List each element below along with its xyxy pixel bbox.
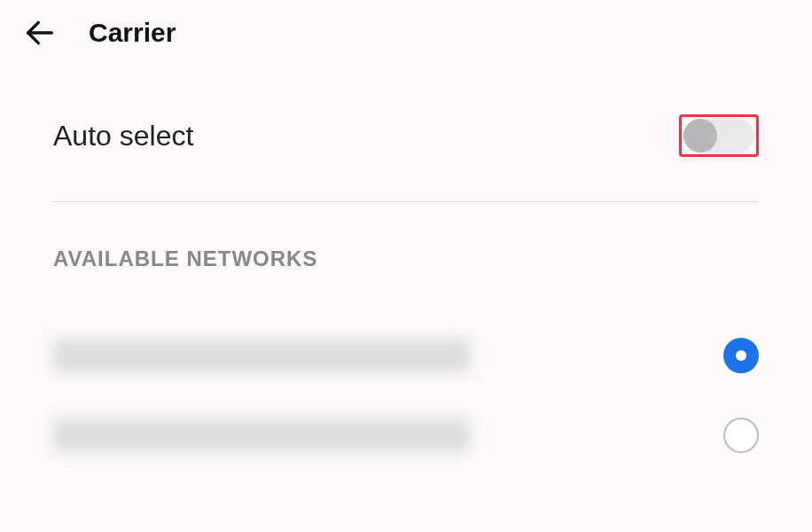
network-name-redacted [53,419,470,452]
auto-select-label: Auto select [53,120,193,153]
network-radio-unselected[interactable] [723,418,759,453]
toggle-highlight-box [679,114,759,157]
page-title: Carrier [89,18,176,48]
back-button[interactable] [18,11,62,55]
auto-select-toggle[interactable] [683,119,754,153]
radio-inner-dot [736,350,746,361]
network-radio-selected[interactable] [723,338,759,373]
toggle-knob [683,119,717,153]
network-item[interactable] [53,395,759,475]
back-arrow-icon [22,15,58,51]
network-name-redacted [53,339,470,372]
network-item[interactable] [53,316,759,395]
available-networks-header: AVAILABLE NETWORKS [53,246,759,271]
divider [53,201,759,202]
auto-select-row: Auto select [53,66,759,201]
